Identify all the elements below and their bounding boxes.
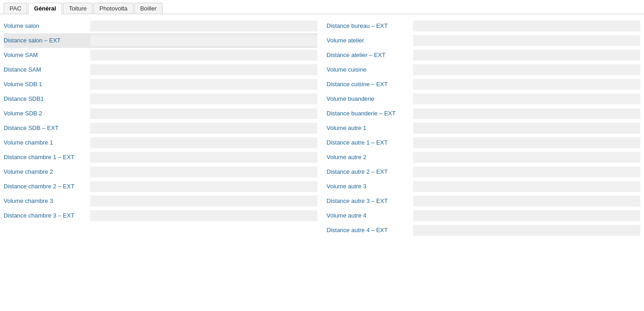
tab-photovolta[interactable]: Photovolta: [93, 3, 133, 14]
field-input[interactable]: [413, 181, 640, 192]
field-label: Distance cuisine – EXT: [327, 81, 413, 88]
form-row: Distance autre 4 – EXT: [327, 223, 640, 238]
form-row: Volume chambre 2: [4, 165, 317, 179]
field-label: Volume SDB 1: [4, 81, 90, 88]
field-input[interactable]: [90, 181, 317, 192]
field-label: Distance chambre 3 – EXT: [4, 212, 90, 220]
field-input[interactable]: [413, 137, 640, 148]
form-row: Distance buanderie – EXT: [327, 106, 640, 121]
field-label: Distance atelier – EXT: [327, 52, 413, 59]
tab-pac[interactable]: PAC: [4, 3, 27, 14]
field-label: Volume SAM: [4, 52, 90, 59]
field-input[interactable]: [413, 64, 640, 75]
field-label: Volume autre 2: [327, 154, 413, 161]
tab-boiller[interactable]: Boiller: [134, 3, 163, 14]
field-label: Distance SDB – EXT: [4, 124, 90, 132]
form-row: Volume SAM: [4, 48, 317, 62]
field-label: Volume autre 3: [327, 183, 413, 191]
field-input[interactable]: [90, 137, 317, 148]
form-row: Distance SDB – EXT: [4, 121, 317, 135]
field-input[interactable]: [90, 50, 317, 61]
right-column: Distance bureau – EXTVolume atelierDista…: [327, 19, 640, 238]
form-row: Volume chambre 3: [4, 194, 317, 208]
field-label: Volume atelier: [327, 37, 413, 45]
left-column: Volume salonDistance salon – EXTVolume S…: [4, 19, 317, 238]
form-row: Volume atelier: [327, 33, 640, 48]
field-label: Distance bureau – EXT: [327, 22, 413, 30]
form-row: Distance chambre 3 – EXT: [4, 208, 317, 223]
field-input[interactable]: [413, 210, 640, 221]
tab-bar: PACGénéralToiturePhotovoltaBoiller: [0, 0, 644, 14]
field-input[interactable]: [413, 21, 640, 31]
field-input[interactable]: [413, 50, 640, 61]
form-row: Volume buanderie: [327, 92, 640, 106]
form-row: Volume cuisine: [327, 62, 640, 77]
form-row: Volume autre 3: [327, 179, 640, 194]
field-input[interactable]: [90, 210, 317, 221]
form-row: Distance cuisine – EXT: [327, 77, 640, 92]
tab-général[interactable]: Général: [28, 3, 62, 14]
field-label: Volume chambre 3: [4, 197, 90, 205]
field-label: Distance autre 4 – EXT: [327, 227, 413, 234]
field-input[interactable]: [413, 108, 640, 119]
form-row: Distance bureau – EXT: [327, 19, 640, 33]
field-label: Distance chambre 1 – EXT: [4, 154, 90, 161]
form-row: Distance salon – EXT: [4, 33, 317, 48]
field-input[interactable]: [413, 225, 640, 236]
field-label: Distance autre 1 – EXT: [327, 139, 413, 147]
form-row: Volume salon: [4, 19, 317, 33]
form-row: Distance chambre 1 – EXT: [4, 150, 317, 165]
field-label: Volume chambre 1: [4, 139, 90, 147]
field-label: Volume autre 1: [327, 124, 413, 132]
form-row: Volume SDB 1: [4, 77, 317, 92]
field-label: Volume autre 4: [327, 212, 413, 220]
form-row: Distance autre 3 – EXT: [327, 194, 640, 208]
field-label: Distance salon – EXT: [4, 37, 90, 45]
field-input[interactable]: [90, 196, 317, 207]
form-row: Volume autre 1: [327, 121, 640, 135]
field-input[interactable]: [90, 93, 317, 104]
form-row: Volume autre 4: [327, 208, 640, 223]
field-input[interactable]: [90, 108, 317, 119]
field-input[interactable]: [413, 123, 640, 134]
form-row: Distance autre 2 – EXT: [327, 165, 640, 179]
field-label: Distance chambre 2 – EXT: [4, 183, 90, 191]
form-row: Volume SDB 2: [4, 106, 317, 121]
field-label: Distance autre 2 – EXT: [327, 168, 413, 176]
tab-toiture[interactable]: Toiture: [63, 3, 92, 14]
form-row: Volume chambre 1: [4, 135, 317, 150]
field-input[interactable]: [413, 79, 640, 90]
form-row: Distance autre 1 – EXT: [327, 135, 640, 150]
field-input[interactable]: [413, 166, 640, 177]
field-input[interactable]: [90, 79, 317, 90]
form-row: Distance chambre 2 – EXT: [4, 179, 317, 194]
field-label: Distance autre 3 – EXT: [327, 197, 413, 205]
field-label: Volume salon: [4, 22, 90, 30]
field-label: Volume buanderie: [327, 95, 413, 103]
field-label: Distance SDB1: [4, 95, 90, 103]
field-input[interactable]: [413, 35, 640, 46]
field-input[interactable]: [90, 64, 317, 75]
field-input[interactable]: [90, 166, 317, 177]
field-input[interactable]: [90, 21, 317, 31]
field-input[interactable]: [90, 123, 317, 134]
field-input[interactable]: [90, 152, 317, 163]
main-content: Volume salonDistance salon – EXTVolume S…: [0, 14, 644, 242]
field-input[interactable]: [413, 152, 640, 163]
field-input[interactable]: [90, 35, 317, 46]
form-row: Distance SDB1: [4, 92, 317, 106]
field-label: Volume SDB 2: [4, 110, 90, 118]
field-label: Distance SAM: [4, 66, 90, 74]
field-input[interactable]: [413, 93, 640, 104]
form-row: Volume autre 2: [327, 150, 640, 165]
field-label: Volume chambre 2: [4, 168, 90, 176]
form-row: Distance SAM: [4, 62, 317, 77]
field-input[interactable]: [413, 196, 640, 207]
form-row: Distance atelier – EXT: [327, 48, 640, 62]
field-label: Volume cuisine: [327, 66, 413, 74]
field-label: Distance buanderie – EXT: [327, 110, 413, 118]
